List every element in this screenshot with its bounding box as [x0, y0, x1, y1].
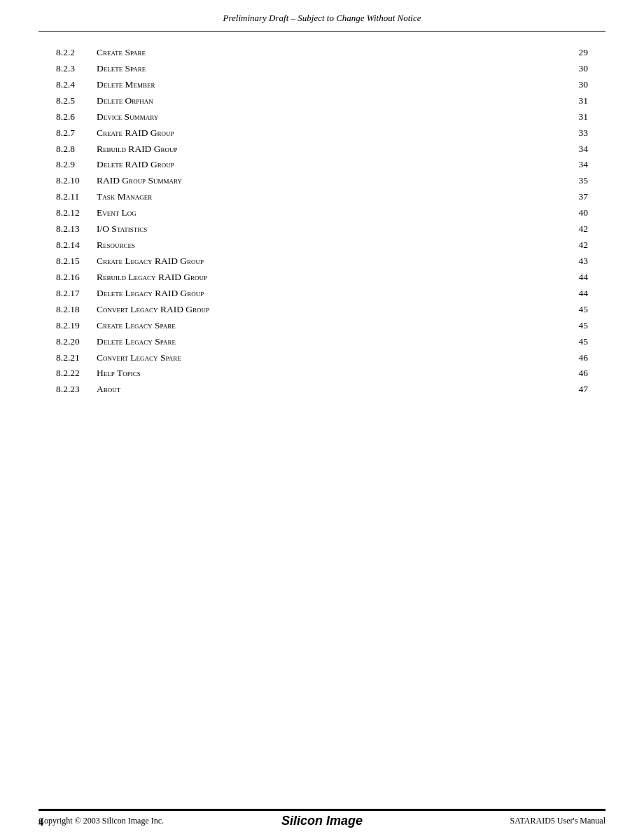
header-text: Preliminary Draft – Subject to Change Wi…: [223, 13, 421, 23]
toc-entry-page: 47: [567, 382, 588, 397]
toc-entry-title: Create Spare: [97, 46, 567, 60]
toc-entry-page: 34: [567, 158, 588, 172]
toc-entry-page: 45: [567, 303, 588, 317]
toc-entry: 8.2.5Delete Orphan31: [56, 94, 588, 109]
toc-entry-title: RAID Group Summary: [97, 174, 567, 188]
toc-entry-title: Event Log: [97, 206, 567, 221]
page-number: 4: [38, 817, 43, 828]
toc-entry: 8.2.20Delete Legacy Spare45: [56, 335, 588, 349]
toc-container: 8.2.2Create Spare298.2.3Delete Spare308.…: [56, 46, 588, 397]
toc-entry-page: 42: [567, 238, 588, 253]
toc-entry-title: Delete Member: [97, 78, 567, 92]
toc-entry-page: 34: [567, 142, 588, 157]
toc-entry-number: 8.2.4: [56, 78, 97, 92]
toc-entry-title: Delete Spare: [97, 62, 567, 76]
toc-entry-number: 8.2.19: [56, 319, 97, 333]
toc-entry-title: Rebuild Legacy RAID Group: [97, 270, 567, 285]
toc-entry: 8.2.21Convert Legacy Spare46: [56, 351, 588, 366]
toc-entry: 8.2.10RAID Group Summary35: [56, 174, 588, 188]
toc-entry-page: 46: [567, 351, 588, 366]
toc-entry-page: 30: [567, 62, 588, 76]
toc-entry: 8.2.11Task Manager37: [56, 190, 588, 204]
toc-entry: 8.2.7Create RAID Group33: [56, 126, 588, 141]
toc-entry-number: 8.2.11: [56, 190, 97, 204]
toc-entry-page: 29: [567, 46, 588, 60]
toc-entry-title: I/O Statistics: [97, 222, 567, 237]
toc-entry-page: 37: [567, 190, 588, 204]
toc-entry-page: 45: [567, 319, 588, 333]
toc-entry-title: Help Topics: [97, 366, 567, 381]
toc-entry-title: Convert Legacy RAID Group: [97, 303, 567, 317]
toc-entry-title: Delete RAID Group: [97, 158, 567, 172]
toc-entry-number: 8.2.17: [56, 286, 97, 301]
toc-entry-number: 8.2.10: [56, 174, 97, 188]
toc-entry-number: 8.2.9: [56, 158, 97, 172]
toc-entry: 8.2.6Device Summary31: [56, 110, 588, 125]
toc-entry-title: Rebuild RAID Group: [97, 142, 567, 157]
toc-entry-number: 8.2.8: [56, 142, 97, 157]
page-footer: Copyright © 2003 Silicon Image Inc. Sili…: [0, 809, 644, 834]
toc-entry-number: 8.2.15: [56, 254, 97, 269]
toc-entry-number: 8.2.22: [56, 366, 97, 381]
toc-entry-title: Delete Legacy Spare: [97, 335, 567, 349]
toc-entry-number: 8.2.20: [56, 335, 97, 349]
footer-logo: Silicon Image: [227, 814, 416, 828]
toc-entry-page: 31: [567, 94, 588, 109]
toc-entry: 8.2.4Delete Member30: [56, 78, 588, 92]
toc-entry-number: 8.2.14: [56, 238, 97, 253]
toc-entry-page: 33: [567, 126, 588, 141]
toc-entry-number: 8.2.23: [56, 382, 97, 397]
toc-entry-title: Task Manager: [97, 190, 567, 204]
toc-entry-page: 45: [567, 335, 588, 349]
toc-entry-title: Resources: [97, 238, 567, 253]
toc-entry-title: Delete Orphan: [97, 94, 567, 109]
toc-entry: 8.2.2Create Spare29: [56, 46, 588, 60]
toc-entry-page: 40: [567, 206, 588, 221]
toc-entry: 8.2.13I/O Statistics42: [56, 222, 588, 237]
toc-entry-title: Convert Legacy Spare: [97, 351, 567, 366]
page-header: Preliminary Draft – Subject to Change Wi…: [0, 0, 644, 32]
toc-entry: 8.2.19Create Legacy Spare45: [56, 319, 588, 333]
toc-entry-page: 31: [567, 110, 588, 125]
toc-entry-number: 8.2.7: [56, 126, 97, 141]
toc-entry: 8.2.18Convert Legacy RAID Group45: [56, 303, 588, 317]
toc-entry-number: 8.2.2: [56, 46, 97, 60]
toc-entry-page: 43: [567, 254, 588, 269]
toc-entry: 8.2.15Create Legacy RAID Group43: [56, 254, 588, 269]
toc-entry-title: Create RAID Group: [97, 126, 567, 141]
toc-entry-page: 44: [567, 270, 588, 285]
toc-entry-number: 8.2.16: [56, 270, 97, 285]
logo-text: Silicon Image: [281, 814, 363, 828]
toc-entry-number: 8.2.21: [56, 351, 97, 366]
toc-entry: 8.2.8Rebuild RAID Group34: [56, 142, 588, 157]
toc-entry: 8.2.17Delete Legacy RAID Group44: [56, 286, 588, 301]
toc-entry-page: 46: [567, 366, 588, 381]
footer-manual-title: SATARAID5 User's Manual: [416, 816, 606, 826]
toc-entry-page: 44: [567, 286, 588, 301]
toc-entry-title: Delete Legacy RAID Group: [97, 286, 567, 301]
toc-entry-title: Device Summary: [97, 110, 567, 125]
toc-entry: 8.2.23About47: [56, 382, 588, 397]
toc-entry: 8.2.16Rebuild Legacy RAID Group44: [56, 270, 588, 285]
toc-entry: 8.2.14Resources42: [56, 238, 588, 253]
toc-entry-number: 8.2.13: [56, 222, 97, 237]
footer-rule: [38, 809, 606, 811]
toc-entry-number: 8.2.5: [56, 94, 97, 109]
toc-entry: 8.2.3Delete Spare30: [56, 62, 588, 76]
toc-entry: 8.2.9Delete RAID Group34: [56, 158, 588, 172]
toc-entry: 8.2.22Help Topics46: [56, 366, 588, 381]
toc-entry: 8.2.12Event Log40: [56, 206, 588, 221]
toc-entry-number: 8.2.18: [56, 303, 97, 317]
toc-entry-title: Create Legacy Spare: [97, 319, 567, 333]
toc-entry-title: About: [97, 382, 567, 397]
toc-entry-page: 42: [567, 222, 588, 237]
footer-copyright: Copyright © 2003 Silicon Image Inc.: [38, 816, 227, 826]
toc-entry-number: 8.2.3: [56, 62, 97, 76]
toc-entry-title: Create Legacy RAID Group: [97, 254, 567, 269]
toc-entry-number: 8.2.12: [56, 206, 97, 221]
toc-entry-page: 30: [567, 78, 588, 92]
toc-entry-page: 35: [567, 174, 588, 188]
page-content: 8.2.2Create Spare298.2.3Delete Spare308.…: [0, 32, 644, 468]
toc-entry-number: 8.2.6: [56, 110, 97, 125]
